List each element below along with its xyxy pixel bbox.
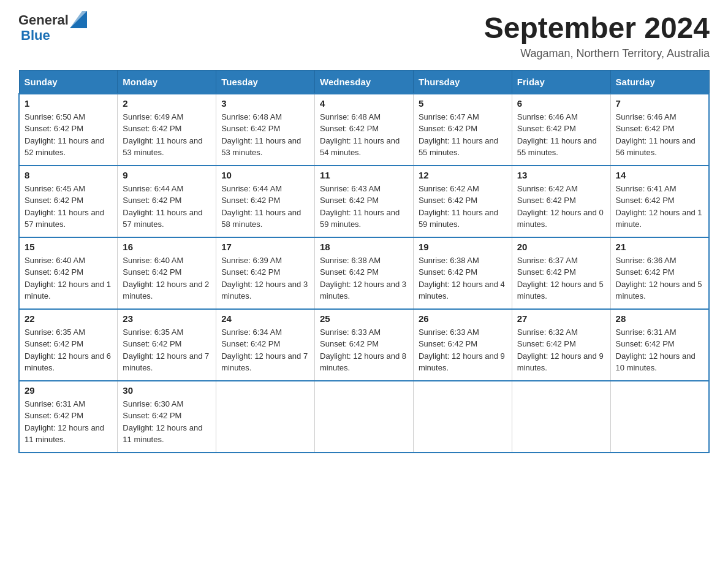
day-info: Sunrise: 6:36 AMSunset: 6:42 PMDaylight:… bbox=[616, 255, 703, 302]
day-info: Sunrise: 6:38 AMSunset: 6:42 PMDaylight:… bbox=[320, 255, 408, 302]
logo-general-text: General bbox=[18, 13, 69, 28]
day-number: 12 bbox=[419, 170, 507, 180]
day-number: 22 bbox=[25, 313, 112, 324]
day-info: Sunrise: 6:46 AMSunset: 6:42 PMDaylight:… bbox=[616, 111, 703, 159]
day-number: 21 bbox=[616, 242, 703, 252]
day-number: 1 bbox=[25, 98, 112, 109]
day-info: Sunrise: 6:43 AMSunset: 6:42 PMDaylight:… bbox=[320, 183, 408, 231]
day-info: Sunrise: 6:31 AMSunset: 6:42 PMDaylight:… bbox=[616, 326, 703, 374]
day-cell-17: 17Sunrise: 6:39 AMSunset: 6:42 PMDayligh… bbox=[216, 237, 315, 309]
day-info: Sunrise: 6:44 AMSunset: 6:42 PMDaylight:… bbox=[123, 183, 211, 231]
day-cell-21: 21Sunrise: 6:36 AMSunset: 6:42 PMDayligh… bbox=[610, 237, 709, 309]
title-block: September 2024 Wagaman, Northern Territo… bbox=[484, 12, 710, 60]
day-info: Sunrise: 6:41 AMSunset: 6:42 PMDaylight:… bbox=[616, 183, 703, 231]
day-number: 16 bbox=[123, 242, 211, 252]
day-number: 26 bbox=[419, 313, 507, 324]
day-cell-2: 2Sunrise: 6:49 AMSunset: 6:42 PMDaylight… bbox=[118, 94, 216, 166]
day-number: 13 bbox=[517, 170, 605, 180]
day-number: 6 bbox=[517, 98, 605, 109]
day-info: Sunrise: 6:47 AMSunset: 6:42 PMDaylight:… bbox=[419, 111, 507, 159]
col-header-friday: Friday bbox=[512, 70, 610, 94]
week-row-5: 29Sunrise: 6:31 AMSunset: 6:42 PMDayligh… bbox=[19, 381, 709, 453]
logo-icon bbox=[70, 11, 87, 28]
location-text: Wagaman, Northern Territory, Australia bbox=[484, 47, 710, 60]
page-header: General Blue September 2024 Wagaman, Nor… bbox=[18, 12, 710, 60]
day-cell-20: 20Sunrise: 6:37 AMSunset: 6:42 PMDayligh… bbox=[512, 237, 610, 309]
col-header-sunday: Sunday bbox=[19, 70, 118, 94]
day-number: 10 bbox=[221, 170, 309, 180]
day-number: 20 bbox=[517, 242, 605, 252]
col-header-tuesday: Tuesday bbox=[216, 70, 315, 94]
day-info: Sunrise: 6:49 AMSunset: 6:42 PMDaylight:… bbox=[123, 111, 211, 159]
empty-cell bbox=[512, 381, 610, 453]
day-number: 23 bbox=[123, 313, 211, 324]
day-info: Sunrise: 6:48 AMSunset: 6:42 PMDaylight:… bbox=[221, 111, 309, 159]
calendar-header-row: SundayMondayTuesdayWednesdayThursdayFrid… bbox=[19, 70, 709, 94]
day-info: Sunrise: 6:50 AMSunset: 6:42 PMDaylight:… bbox=[25, 111, 112, 159]
day-cell-24: 24Sunrise: 6:34 AMSunset: 6:42 PMDayligh… bbox=[216, 309, 315, 381]
week-row-3: 15Sunrise: 6:40 AMSunset: 6:42 PMDayligh… bbox=[19, 237, 709, 309]
day-cell-27: 27Sunrise: 6:32 AMSunset: 6:42 PMDayligh… bbox=[512, 309, 610, 381]
day-number: 14 bbox=[616, 170, 703, 180]
col-header-saturday: Saturday bbox=[610, 70, 709, 94]
day-cell-1: 1Sunrise: 6:50 AMSunset: 6:42 PMDaylight… bbox=[19, 94, 118, 166]
day-cell-25: 25Sunrise: 6:33 AMSunset: 6:42 PMDayligh… bbox=[315, 309, 414, 381]
day-cell-4: 4Sunrise: 6:48 AMSunset: 6:42 PMDaylight… bbox=[315, 94, 414, 166]
day-cell-13: 13Sunrise: 6:42 AMSunset: 6:42 PMDayligh… bbox=[512, 166, 610, 237]
day-number: 18 bbox=[320, 242, 408, 252]
day-number: 27 bbox=[517, 313, 605, 324]
day-info: Sunrise: 6:30 AMSunset: 6:42 PMDaylight:… bbox=[123, 398, 211, 446]
day-cell-9: 9Sunrise: 6:44 AMSunset: 6:42 PMDaylight… bbox=[118, 166, 216, 237]
week-row-4: 22Sunrise: 6:35 AMSunset: 6:42 PMDayligh… bbox=[19, 309, 709, 381]
day-info: Sunrise: 6:38 AMSunset: 6:42 PMDaylight:… bbox=[419, 255, 507, 302]
day-info: Sunrise: 6:31 AMSunset: 6:42 PMDaylight:… bbox=[25, 398, 112, 446]
day-number: 17 bbox=[221, 242, 309, 252]
day-number: 9 bbox=[123, 170, 211, 180]
day-cell-10: 10Sunrise: 6:44 AMSunset: 6:42 PMDayligh… bbox=[216, 166, 315, 237]
week-row-2: 8Sunrise: 6:45 AMSunset: 6:42 PMDaylight… bbox=[19, 166, 709, 237]
day-info: Sunrise: 6:35 AMSunset: 6:42 PMDaylight:… bbox=[123, 326, 211, 374]
day-number: 11 bbox=[320, 170, 408, 180]
empty-cell bbox=[610, 381, 709, 453]
day-cell-30: 30Sunrise: 6:30 AMSunset: 6:42 PMDayligh… bbox=[118, 381, 216, 453]
day-number: 15 bbox=[25, 242, 112, 252]
logo-blue-text: Blue bbox=[21, 28, 87, 43]
day-info: Sunrise: 6:48 AMSunset: 6:42 PMDaylight:… bbox=[320, 111, 408, 159]
day-info: Sunrise: 6:45 AMSunset: 6:42 PMDaylight:… bbox=[25, 183, 112, 231]
calendar-table: SundayMondayTuesdayWednesdayThursdayFrid… bbox=[18, 70, 710, 453]
day-cell-16: 16Sunrise: 6:40 AMSunset: 6:42 PMDayligh… bbox=[118, 237, 216, 309]
day-cell-6: 6Sunrise: 6:46 AMSunset: 6:42 PMDaylight… bbox=[512, 94, 610, 166]
day-info: Sunrise: 6:40 AMSunset: 6:42 PMDaylight:… bbox=[25, 255, 112, 302]
col-header-monday: Monday bbox=[118, 70, 216, 94]
col-header-thursday: Thursday bbox=[413, 70, 512, 94]
day-number: 2 bbox=[123, 98, 211, 109]
day-info: Sunrise: 6:40 AMSunset: 6:42 PMDaylight:… bbox=[123, 255, 211, 302]
day-info: Sunrise: 6:33 AMSunset: 6:42 PMDaylight:… bbox=[419, 326, 507, 374]
day-info: Sunrise: 6:44 AMSunset: 6:42 PMDaylight:… bbox=[221, 183, 309, 231]
day-number: 3 bbox=[221, 98, 309, 109]
day-number: 30 bbox=[123, 385, 211, 396]
day-cell-15: 15Sunrise: 6:40 AMSunset: 6:42 PMDayligh… bbox=[19, 237, 118, 309]
week-row-1: 1Sunrise: 6:50 AMSunset: 6:42 PMDaylight… bbox=[19, 94, 709, 166]
day-info: Sunrise: 6:42 AMSunset: 6:42 PMDaylight:… bbox=[517, 183, 605, 231]
empty-cell bbox=[315, 381, 414, 453]
day-number: 25 bbox=[320, 313, 408, 324]
day-number: 8 bbox=[25, 170, 112, 180]
day-cell-29: 29Sunrise: 6:31 AMSunset: 6:42 PMDayligh… bbox=[19, 381, 118, 453]
day-number: 7 bbox=[616, 98, 703, 109]
day-number: 19 bbox=[419, 242, 507, 252]
day-cell-11: 11Sunrise: 6:43 AMSunset: 6:42 PMDayligh… bbox=[315, 166, 414, 237]
day-info: Sunrise: 6:35 AMSunset: 6:42 PMDaylight:… bbox=[25, 326, 112, 374]
day-info: Sunrise: 6:42 AMSunset: 6:42 PMDaylight:… bbox=[419, 183, 507, 231]
day-cell-22: 22Sunrise: 6:35 AMSunset: 6:42 PMDayligh… bbox=[19, 309, 118, 381]
day-cell-14: 14Sunrise: 6:41 AMSunset: 6:42 PMDayligh… bbox=[610, 166, 709, 237]
logo: General Blue bbox=[18, 12, 87, 43]
day-cell-18: 18Sunrise: 6:38 AMSunset: 6:42 PMDayligh… bbox=[315, 237, 414, 309]
month-title: September 2024 bbox=[484, 12, 710, 45]
svg-marker-1 bbox=[70, 11, 87, 28]
day-cell-3: 3Sunrise: 6:48 AMSunset: 6:42 PMDaylight… bbox=[216, 94, 315, 166]
col-header-wednesday: Wednesday bbox=[315, 70, 414, 94]
day-cell-12: 12Sunrise: 6:42 AMSunset: 6:42 PMDayligh… bbox=[413, 166, 512, 237]
day-info: Sunrise: 6:33 AMSunset: 6:42 PMDaylight:… bbox=[320, 326, 408, 374]
day-info: Sunrise: 6:46 AMSunset: 6:42 PMDaylight:… bbox=[517, 111, 605, 159]
